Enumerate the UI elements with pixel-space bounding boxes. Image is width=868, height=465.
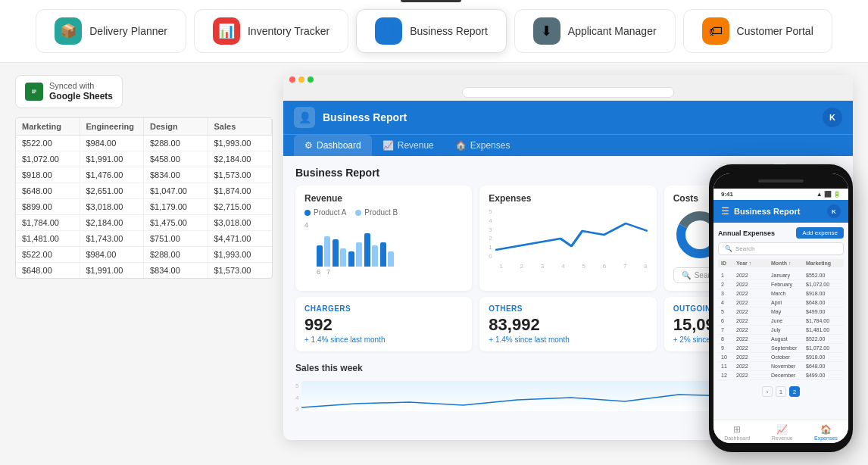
phone-mockup: 9:41 ▲ ⬛ 🔋 ☰ Business Report K Annual Ex…: [709, 164, 853, 452]
list-item: $288.00: [144, 136, 208, 151]
list-item: 2022: [736, 318, 771, 323]
list-item: $648.00: [806, 364, 841, 369]
top-navigation: 📦 Delivery Planner 📊 Inventory Tracker 👤…: [0, 0, 868, 63]
table-row: $1,072.00$1,991.00$458.00$2,184.00: [16, 151, 272, 167]
list-item: $458.00: [144, 151, 208, 167]
list-item: $648.00: [16, 263, 80, 278]
phone-header-avatar[interactable]: K: [827, 204, 841, 218]
tab-inventory-tracker[interactable]: 📊 Inventory Tracker: [194, 9, 348, 53]
bar-group: [333, 239, 346, 267]
chargers-label: CHARGERS: [304, 304, 463, 313]
list-item: 12: [721, 373, 736, 378]
tab-delivery-planner[interactable]: 📦 Delivery Planner: [36, 9, 186, 53]
close-button[interactable]: [289, 76, 295, 83]
stat-others: OTHERS 83,992 + 1.4% since last month: [479, 297, 656, 351]
list-item: $4,471.00: [208, 231, 273, 246]
list-item: June: [771, 318, 806, 323]
business-report-label: Business Report: [410, 25, 488, 37]
table-row: $648.00$1,991.00$834.00$1,573.00: [16, 263, 272, 278]
list-item: $1,991.00: [80, 263, 145, 278]
list-item: 2022: [736, 309, 771, 314]
list-item: November: [771, 364, 806, 369]
list-item: $1,072.00: [806, 345, 841, 351]
table-row: 22022February$1,072.00: [718, 280, 844, 289]
phone-menu-icon[interactable]: ☰: [721, 206, 729, 217]
tab-business-report[interactable]: 👤 Business Report: [356, 9, 507, 53]
app-toolbar-title: Business Report: [295, 167, 379, 179]
nav-dashboard[interactable]: ⚙ Dashboard: [294, 135, 372, 156]
list-item: $648.00: [806, 300, 841, 305]
spreadsheet-header: Marketing Engineering Design Sales: [16, 118, 272, 136]
list-item: 7: [721, 327, 736, 332]
phone-nav-expenses[interactable]: 🏠 Expenses: [814, 424, 838, 441]
nav-revenue[interactable]: 📈 Revenue: [372, 135, 445, 156]
nav-expenses[interactable]: 🏠 Expenses: [445, 135, 521, 156]
list-item: 1: [721, 273, 736, 278]
google-sheets-icon: [25, 83, 43, 101]
app-header-avatar[interactable]: K: [823, 108, 842, 127]
bar-product-a: [348, 251, 354, 267]
list-item: May: [771, 309, 806, 314]
spreadsheet-body: $522.00$984.00$288.00$1,993.00$1,072.00$…: [16, 136, 272, 278]
phone-search-icon: 🔍: [725, 245, 732, 252]
legend-product-b: Product B: [355, 208, 398, 217]
list-item: $1,179.00: [144, 199, 208, 214]
phone-table-body: 12022January$552.0022022February$1,072.0…: [718, 271, 844, 380]
list-item: February: [771, 282, 806, 287]
table-row: 52022May$499.00: [718, 307, 844, 317]
chargers-value: 992: [304, 316, 463, 334]
bar-product-b: [340, 248, 346, 267]
phone-status-icons: ▲ ⬛ 🔋: [816, 191, 841, 198]
phone-section-title: Annual Expenses: [718, 229, 775, 237]
list-item: $918.00: [806, 354, 841, 360]
tab-applicant-manager[interactable]: ⬇ Applicant Manager: [514, 9, 676, 53]
list-item: $918.00: [16, 167, 80, 183]
tab-customer-portal[interactable]: 🏷 Customer Portal: [683, 9, 832, 53]
phone-section-header: Annual Expenses Add expense: [718, 227, 844, 239]
list-item: 10: [721, 354, 736, 360]
maximize-button[interactable]: [308, 76, 314, 83]
list-item: $522.00: [16, 247, 80, 262]
table-row: 102022October$918.00: [718, 353, 844, 362]
list-item: $2,184.00: [208, 151, 273, 167]
main-content: Synced with Google Sheets Marketing Engi…: [0, 63, 868, 452]
product-a-dot: [304, 210, 311, 216]
window-chrome: [283, 75, 853, 84]
phone-page-1[interactable]: 1: [776, 386, 786, 397]
list-item: 9: [721, 345, 736, 351]
list-item: $3,018.00: [208, 215, 273, 230]
list-item: $1,481.00: [806, 327, 841, 332]
sales-title: Sales this week: [295, 363, 363, 373]
phone-search[interactable]: 🔍 Search: [718, 242, 844, 255]
list-item: 4: [721, 300, 736, 305]
table-row: $918.00$1,476.00$834.00$1,573.00: [16, 167, 272, 183]
costs-search-icon: 🔍: [682, 271, 691, 279]
list-item: January: [771, 273, 806, 278]
bar-product-a: [380, 242, 386, 267]
list-item: $1,993.00: [208, 136, 273, 151]
legend-product-a: Product A: [304, 208, 346, 217]
table-row: 42022April$648.00: [718, 298, 844, 307]
list-item: 2022: [736, 282, 771, 287]
phone-prev-btn[interactable]: ‹: [762, 386, 773, 397]
table-row: 92022September$1,072.00: [718, 344, 844, 353]
customer-portal-icon: 🏷: [702, 17, 729, 45]
phone-dashboard-icon: ⊞: [733, 424, 741, 435]
product-b-dot: [355, 210, 361, 216]
phone-nav-dashboard[interactable]: ⊞ Dashboard: [724, 424, 750, 441]
table-row: $1,481.00$1,743.00$751.00$4,471.00: [16, 231, 272, 247]
list-item: $1,991.00: [80, 151, 145, 167]
phone-add-button[interactable]: Add expense: [796, 227, 844, 239]
phone-nav-revenue[interactable]: 📈 Revenue: [772, 424, 793, 441]
phone-expenses-icon: 🏠: [820, 424, 832, 435]
phone-page-2[interactable]: 2: [789, 386, 800, 397]
bar-product-a: [333, 239, 339, 267]
applicant-manager-icon: ⬇: [533, 17, 560, 45]
table-row: 112022November$648.00: [718, 362, 844, 371]
bar-group: [348, 242, 362, 267]
minimize-button[interactable]: [298, 76, 304, 83]
list-item: $288.00: [144, 247, 208, 262]
bar-product-b: [388, 251, 394, 267]
inventory-tracker-label: Inventory Tracker: [248, 25, 329, 37]
list-item: $648.00: [16, 183, 80, 198]
